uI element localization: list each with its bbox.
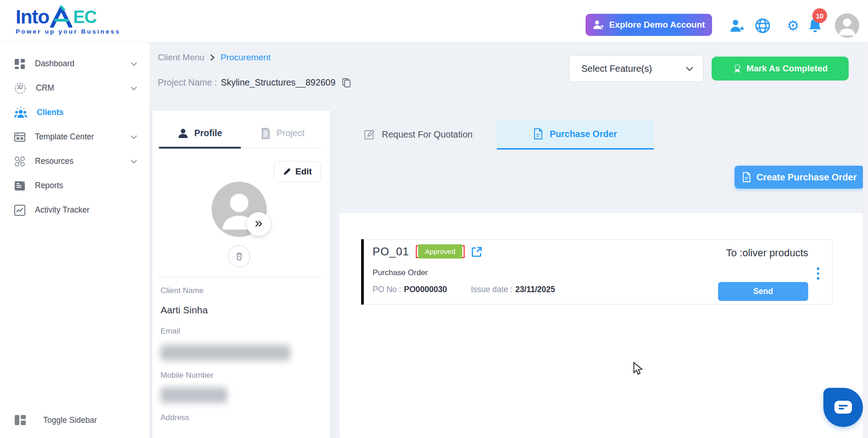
brand-tagline: Power up your Business (16, 28, 121, 35)
project-name-label: Project Name : (158, 77, 217, 88)
open-po-button[interactable] (471, 246, 483, 258)
sidebar-label: Reports (35, 181, 63, 190)
reports-doc-icon (14, 180, 26, 191)
breadcrumb-procurement[interactable]: Procurement (220, 52, 270, 63)
po-menu-button[interactable] (814, 265, 822, 282)
po-no-value: PO0000030 (404, 285, 447, 294)
trash-icon (235, 252, 243, 261)
language-button[interactable] (753, 17, 772, 35)
sidebar-label: Dashboard (35, 59, 75, 69)
copy-icon (342, 78, 351, 88)
purchase-order-panel: PO_01 Approved To :oliver products Purch… (339, 213, 864, 438)
toggle-sidebar-label: Toggle Sidebar (43, 415, 97, 425)
profile-tabs: Profile Project (159, 119, 323, 148)
sidebar-item-clients[interactable]: Clients (0, 100, 149, 125)
project-name-row: Project Name : Skyline_Structures__89260… (158, 77, 351, 88)
sidebar-item-crm[interactable]: CRM (0, 76, 149, 100)
sidebar-item-resources[interactable]: Resources (0, 149, 149, 173)
client-name-value: Aarti Sinha (161, 305, 322, 316)
sidebar-item-dashboard[interactable]: Dashboard (0, 52, 149, 76)
activity-chart-icon (14, 204, 26, 216)
globe-icon (754, 17, 771, 34)
issue-date-value: 23/11/2025 (515, 285, 555, 294)
tab-po-label: Purchase Order (550, 129, 617, 139)
po-recipient: To :oliver products (726, 247, 808, 259)
tab-project-label: Project (276, 128, 305, 138)
sidebar-item-reports[interactable]: Reports (0, 173, 149, 198)
explore-demo-account-button[interactable]: Explore Demo Account (586, 14, 712, 36)
breadcrumb-client-menu[interactable]: Client Menu (158, 52, 204, 63)
sidebar-item-activity-tracker[interactable]: Activity Tracker (0, 198, 149, 222)
sidebar-label: Activity Tracker (35, 205, 90, 215)
pencil-icon (283, 167, 291, 176)
project-name-value: Skyline_Structures__892609 (221, 77, 335, 88)
po-no-label: PO No : (373, 285, 401, 294)
tab-profile[interactable]: Profile (159, 119, 241, 148)
email-label: Email (161, 327, 322, 336)
tab-project[interactable]: Project (241, 119, 323, 148)
tab-profile-label: Profile (194, 128, 222, 138)
tab-purchase-order[interactable]: Purchase Order (497, 120, 654, 150)
chat-icon (834, 400, 853, 415)
edit-square-icon (363, 129, 375, 141)
po-info-row: PO No : PO0000030 Issue date : 23/11/202… (373, 285, 555, 294)
brand-wordmark-prefix: Into (16, 6, 49, 28)
client-name-label: Client Name (161, 286, 322, 295)
email-value-redacted (161, 344, 290, 362)
tab-rfq-label: Request For Quotation (382, 129, 472, 140)
project-doc-icon (260, 127, 271, 139)
double-chevron-icon: » (255, 215, 263, 231)
status-badge-highlight: Approved (416, 245, 465, 258)
purchase-order-card: PO_01 Approved To :oliver products Purch… (361, 239, 833, 305)
tab-request-for-quotation[interactable]: Request For Quotation (339, 120, 497, 150)
select-features-value: Select Feature(s) (581, 63, 652, 74)
breadcrumb-chevron-icon (210, 54, 215, 61)
client-profile-card: Profile Project Edit (152, 110, 330, 438)
settings-button[interactable]: ⚙ (784, 17, 802, 35)
edit-button-label: Edit (295, 167, 312, 177)
client-fields: Client Name Aarti Sinha Email Mobile Num… (161, 286, 322, 438)
delete-avatar-button[interactable] (228, 245, 250, 267)
mark-as-completed-button[interactable]: Mark As Completed (712, 57, 849, 81)
breadcrumb: Client Menu Procurement (158, 52, 270, 63)
divider (159, 277, 323, 277)
user-switch-icon (592, 19, 604, 30)
po-type-label: Purchase Order (373, 268, 428, 277)
profile-avatar-button[interactable] (835, 13, 859, 38)
po-file-icon (533, 128, 543, 140)
copy-project-name-button[interactable] (342, 78, 351, 88)
dashboard-icon (14, 58, 26, 70)
toggle-sidebar-button[interactable]: Toggle Sidebar (0, 409, 149, 432)
page-scrollbar[interactable] (863, 0, 868, 438)
brand-logo[interactable]: Into EC Power up your Business (16, 5, 121, 35)
sidebar-label: Resources (35, 156, 74, 166)
resources-network-icon (14, 156, 26, 167)
external-link-icon (471, 246, 483, 258)
chat-widget-button[interactable] (823, 388, 863, 427)
layout-panes-icon (14, 414, 27, 426)
template-window-icon (14, 131, 26, 143)
notification-count-badge: 10 (812, 8, 827, 23)
brand-a-triangle-icon (48, 6, 74, 28)
chevron-down-icon (130, 159, 138, 164)
gear-icon: ⚙ (787, 19, 799, 33)
select-features-dropdown[interactable]: Select Feature(s) (569, 55, 703, 82)
create-purchase-order-button[interactable]: Create Purchase Order (735, 166, 864, 189)
add-user-button[interactable] (728, 17, 746, 35)
chevron-down-icon (130, 86, 138, 91)
brand-wordmark-suffix: EC (73, 6, 97, 28)
sidebar-item-template-center[interactable]: Template Center (0, 125, 149, 149)
create-purchase-order-label: Create Purchase Order (757, 172, 857, 183)
address-label: Address (161, 413, 322, 422)
expand-panel-button[interactable]: » (247, 212, 270, 236)
issue-date-label: Issue date : (471, 285, 512, 294)
person-icon (178, 128, 189, 139)
sidebar-label: Template Center (35, 132, 94, 142)
po-title: PO_01 (373, 245, 409, 258)
procurement-tabs: Request For Quotation Purchase Order (339, 120, 654, 150)
completed-badge-icon (733, 63, 742, 74)
notifications-button[interactable]: 10 (806, 17, 824, 35)
status-badge: Approved (418, 244, 462, 259)
send-button[interactable]: Send (718, 282, 808, 301)
edit-profile-button[interactable]: Edit (274, 161, 321, 182)
